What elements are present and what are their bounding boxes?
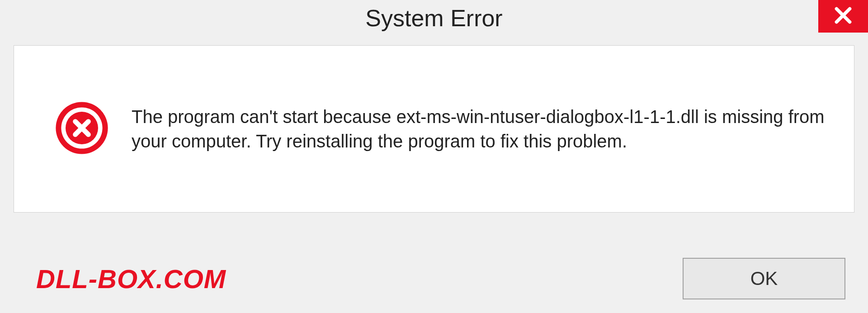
close-button[interactable] <box>818 0 868 33</box>
ok-button[interactable]: OK <box>683 258 845 299</box>
titlebar: System Error <box>0 0 868 41</box>
error-message: The program can't start because ext-ms-w… <box>132 104 827 153</box>
dialog-content: The program can't start because ext-ms-w… <box>14 45 854 213</box>
window-title: System Error <box>365 5 502 32</box>
ok-button-label: OK <box>750 268 778 289</box>
footer: DLL-BOX.COM OK <box>14 258 854 299</box>
close-icon <box>833 5 853 27</box>
error-icon <box>55 101 109 157</box>
brand-watermark: DLL-BOX.COM <box>36 264 226 294</box>
